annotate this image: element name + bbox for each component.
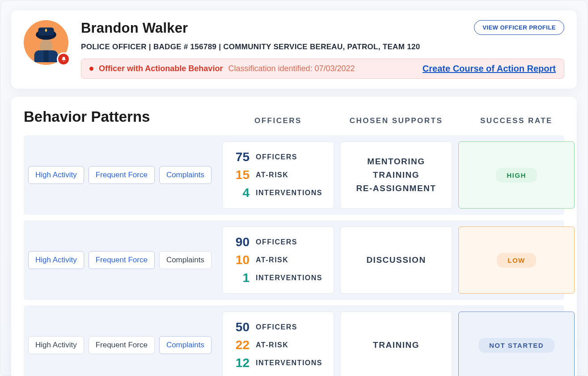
patterns-header-row: Behavior Patterns OFFICERS CHOSEN SUPPOR… <box>24 108 564 125</box>
tag-complaints[interactable]: Complaints <box>159 251 212 269</box>
alert-dot-icon <box>89 67 93 71</box>
officer-header-card: Brandon Walker POLICE OFFICER | BADGE # … <box>11 10 577 89</box>
supports-cell: MENTORINGTRAININGRE-ASSIGNMENT <box>340 141 452 209</box>
tag-frequent-force[interactable]: Frequent Force <box>89 336 155 354</box>
officers-cell: 90OFFICERS10AT-RISK1INTERVENTIONS <box>222 226 334 294</box>
stat-label: OFFICERS <box>256 323 297 331</box>
tag-frequent-force[interactable]: Frequent Force <box>89 166 155 184</box>
support-item: DISCUSSION <box>366 255 426 265</box>
col-head-supports: CHOSEN SUPPORTS <box>340 116 452 125</box>
success-rate-pill: NOT STARTED <box>478 338 554 353</box>
col-head-officers: OFFICERS <box>222 116 334 125</box>
stat-value: 12 <box>230 356 250 370</box>
bell-icon <box>60 56 67 63</box>
support-item: TRAINING <box>373 170 419 180</box>
success-rate-pill: HIGH <box>496 168 537 183</box>
stat-label: AT-RISK <box>256 341 288 349</box>
stat-interventions: 4INTERVENTIONS <box>230 186 326 200</box>
stat-value: 22 <box>230 338 250 352</box>
support-item: MENTORING <box>367 157 425 167</box>
support-item: RE-ASSIGNMENT <box>356 184 436 193</box>
tag-complaints[interactable]: Complaints <box>159 166 212 184</box>
stat-label: INTERVENTIONS <box>256 359 322 367</box>
tag-high-activity[interactable]: High Activity <box>28 166 84 184</box>
success-rate-pill: LOW <box>497 253 536 268</box>
support-item: TRAINING <box>373 340 419 350</box>
alert-bar: Officer with Actionable Behavior Classif… <box>81 59 564 79</box>
supports-cell: TRAINING <box>340 312 452 376</box>
patterns-title: Behavior Patterns <box>24 108 216 125</box>
stat-label: OFFICERS <box>256 153 297 161</box>
stat-value: 4 <box>230 186 250 200</box>
create-report-link[interactable]: Create Course of Action Report <box>423 64 556 74</box>
stat-value: 90 <box>230 235 250 249</box>
officers-cell: 50OFFICERS22AT-RISK12INTERVENTIONS <box>222 312 334 376</box>
stat-label: INTERVENTIONS <box>256 274 322 282</box>
stat-value: 1 <box>230 271 250 285</box>
success-rate-cell: NOT STARTED <box>458 312 575 376</box>
officer-subtitle: POLICE OFFICER | BADGE # 156789 | COMMUN… <box>81 43 564 51</box>
tags-cell: High ActivityFrequent ForceComplaints <box>24 226 216 294</box>
tag-frequent-force[interactable]: Frequent Force <box>89 251 155 269</box>
stat-interventions: 12INTERVENTIONS <box>230 356 326 370</box>
alert-title: Officer with Actionable Behavior <box>99 64 223 73</box>
stat-officers: 75OFFICERS <box>230 150 326 164</box>
stat-at-risk: 22AT-RISK <box>230 338 326 352</box>
avatar <box>24 20 68 65</box>
stat-officers: 90OFFICERS <box>230 235 326 249</box>
behavior-patterns-card: Behavior Patterns OFFICERS CHOSEN SUPPOR… <box>11 97 577 376</box>
supports-cell: DISCUSSION <box>340 226 452 294</box>
success-rate-cell: LOW <box>458 226 575 294</box>
tag-complaints[interactable]: Complaints <box>159 336 212 354</box>
tags-cell: High ActivityFrequent ForceComplaints <box>24 141 216 209</box>
pattern-rows: High ActivityFrequent ForceComplaints75O… <box>24 135 564 376</box>
pattern-row: High ActivityFrequent ForceComplaints75O… <box>24 135 564 215</box>
pattern-row: High ActivityFrequent ForceComplaints50O… <box>24 305 564 376</box>
stat-at-risk: 15AT-RISK <box>230 168 326 182</box>
stat-label: OFFICERS <box>256 238 297 246</box>
stat-at-risk: 10AT-RISK <box>230 253 326 267</box>
success-rate-cell: HIGH <box>458 141 575 209</box>
stat-label: AT-RISK <box>256 171 288 179</box>
alert-subtitle: Classification identified: 07/03/2022 <box>228 64 355 73</box>
alert-badge <box>57 52 70 66</box>
svg-rect-3 <box>44 51 49 62</box>
tag-high-activity[interactable]: High Activity <box>28 336 84 354</box>
view-officer-profile-button[interactable]: VIEW OFFICER PROFILE <box>474 20 564 35</box>
stat-value: 75 <box>230 150 250 164</box>
stat-label: AT-RISK <box>256 256 288 264</box>
stat-value: 15 <box>230 168 250 182</box>
pattern-row: High ActivityFrequent ForceComplaints90O… <box>24 220 564 300</box>
col-head-rate: SUCCESS RATE <box>458 116 575 125</box>
alert-left: Officer with Actionable Behavior Classif… <box>89 64 414 73</box>
page: Brandon Walker POLICE OFFICER | BADGE # … <box>0 0 588 376</box>
stat-value: 10 <box>230 253 250 267</box>
stat-value: 50 <box>230 320 250 334</box>
tags-cell: High ActivityFrequent ForceComplaints <box>24 312 216 376</box>
officers-cell: 75OFFICERS15AT-RISK4INTERVENTIONS <box>222 141 334 209</box>
stat-officers: 50OFFICERS <box>230 320 326 334</box>
tag-high-activity[interactable]: High Activity <box>28 251 84 269</box>
stat-label: INTERVENTIONS <box>256 189 322 197</box>
stat-interventions: 1INTERVENTIONS <box>230 271 326 285</box>
